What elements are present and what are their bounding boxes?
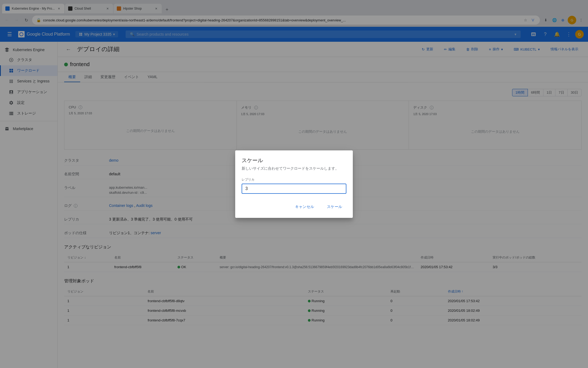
modal-actions: キャンセル スケール	[242, 202, 346, 211]
modal-field-label: レプリカ	[242, 177, 346, 182]
modal-title: スケール	[242, 157, 346, 164]
scale-modal: スケール 新しいサイズに合わせてワークロードをスケールします。 レプリカ キャン…	[235, 150, 353, 218]
cancel-button[interactable]: キャンセル	[291, 202, 318, 211]
replicas-input[interactable]	[242, 184, 346, 194]
modal-overlay: スケール 新しいサイズに合わせてワークロードをスケールします。 レプリカ キャン…	[0, 0, 588, 368]
modal-description: 新しいサイズに合わせてワークロードをスケールします。	[242, 166, 346, 171]
scale-submit-button[interactable]: スケール	[323, 202, 346, 211]
